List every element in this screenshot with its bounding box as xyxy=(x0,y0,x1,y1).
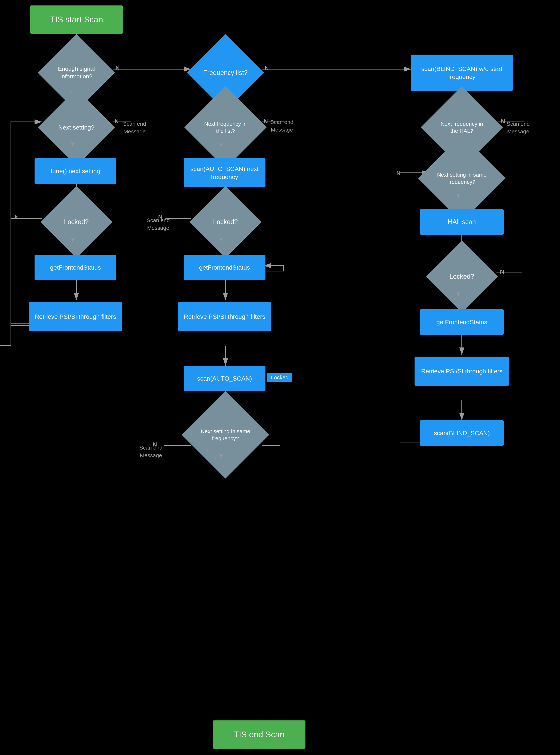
locked3-diamond: Locked? xyxy=(422,256,502,296)
get-frontend1-box: getFrontendStatus xyxy=(35,255,116,280)
locked3-n-label: N xyxy=(500,268,504,275)
locked1-n-label: N xyxy=(15,214,19,220)
retrieve-psi1-box: Retrieve PSI/SI through filters xyxy=(29,302,122,331)
next-setting-y-label: Y xyxy=(71,141,75,148)
enough-signal-diamond: Enough signal information? xyxy=(36,53,116,93)
retrieve-psi3-box: Retrieve PSI/SI through filters xyxy=(415,356,509,386)
scan-end-msg-hal: Scan end Message xyxy=(502,120,535,135)
scan-end-msg-locked2: Scan end Message xyxy=(142,216,175,232)
enough-signal-n-label: N xyxy=(116,64,120,71)
scan-end-msg-next-setting: Scan end Message xyxy=(118,120,151,135)
scan-end-msg-same-freq: Scan end Message xyxy=(135,444,167,459)
next-setting-diamond: Next setting? xyxy=(36,107,116,147)
scan-end-msg-freq-list: Scan end Message xyxy=(265,118,298,134)
next-setting-same-y-label: Y xyxy=(219,453,223,460)
next-setting-same-freq2-diamond: Next setting in same frequency? xyxy=(422,158,502,198)
blind-scan-no-start-box: scan(BLIND_SCAN) w/o start frequency xyxy=(411,55,513,91)
scan-blind2-box: scan(BLIND_SCAN) xyxy=(420,420,504,446)
get-frontend3-box: getFrontendStatus xyxy=(420,309,504,335)
retrieve-psi2-box: Retrieve PSI/SI through filters xyxy=(178,302,271,331)
scan-auto2-box: scan(AUTO_SCAN) xyxy=(184,366,265,391)
start-node: TIS start Scan xyxy=(30,5,123,34)
locked1-y-label: Y xyxy=(71,236,75,243)
locked3-y-label: Y xyxy=(456,291,460,297)
next-setting-same-freq2-y-label: Y xyxy=(456,192,460,199)
end-node: TIS end Scan xyxy=(213,720,305,749)
next-setting-same-freq2-n-label: N xyxy=(396,170,401,177)
get-frontend2-box: getFrontendStatus xyxy=(184,255,265,280)
hal-scan-box: HAL scan xyxy=(420,209,504,235)
freq-list-n-label: N xyxy=(264,64,269,71)
tune-next-box: tune() next setting xyxy=(35,158,116,184)
flowchart: TIS start Scan Enough signal information… xyxy=(0,0,560,755)
locked2-diamond: Locked? xyxy=(185,202,265,242)
scan-auto-box: scan(AUTO_SCAN) next frequency xyxy=(184,158,265,187)
next-setting-same-freq-diamond: Next setting in same frequency? xyxy=(185,415,265,455)
next-freq-list-y-label: Y xyxy=(219,141,223,148)
next-freq-list-diamond: Next frequency in the list? xyxy=(185,107,265,147)
locked-badge: Locked xyxy=(267,373,292,382)
locked2-y-label: Y xyxy=(219,236,223,243)
locked1-diamond: Locked? xyxy=(36,202,116,242)
